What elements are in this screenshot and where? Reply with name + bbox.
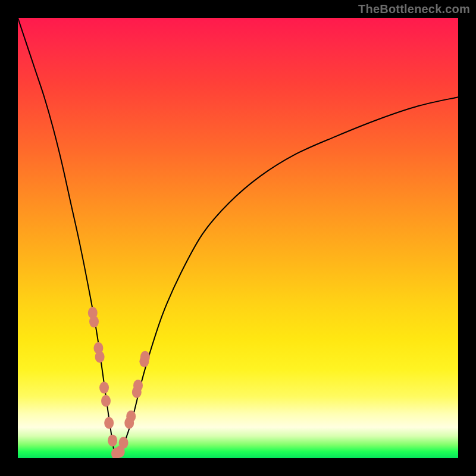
curve-marker: [119, 437, 129, 449]
bottleneck-curve: [18, 18, 458, 456]
curve-layer: [18, 18, 458, 458]
curve-marker: [95, 351, 105, 363]
curve-marker: [140, 351, 150, 363]
curve-marker: [104, 417, 114, 429]
plot-area: [18, 18, 458, 458]
curve-marker: [133, 380, 143, 392]
curve-marker: [101, 395, 111, 407]
curve-marker: [108, 434, 117, 446]
curve-marker: [99, 382, 109, 394]
watermark-text: TheBottleneck.com: [358, 2, 470, 16]
chart-frame: TheBottleneck.com: [0, 0, 476, 476]
curve-marker: [89, 316, 99, 328]
curve-marker: [126, 411, 136, 422]
